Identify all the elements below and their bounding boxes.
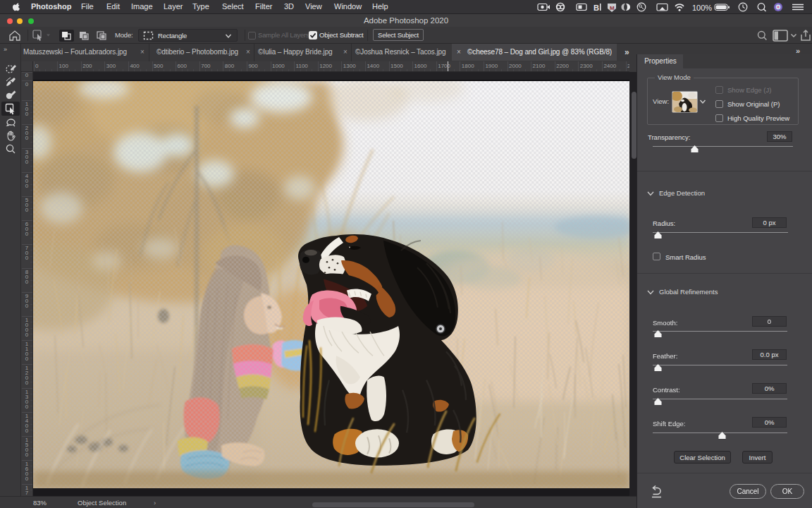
svg-text:M: M — [610, 5, 615, 11]
svg-text:B: B — [593, 4, 599, 12]
svg-text:100%: 100% — [692, 4, 712, 12]
